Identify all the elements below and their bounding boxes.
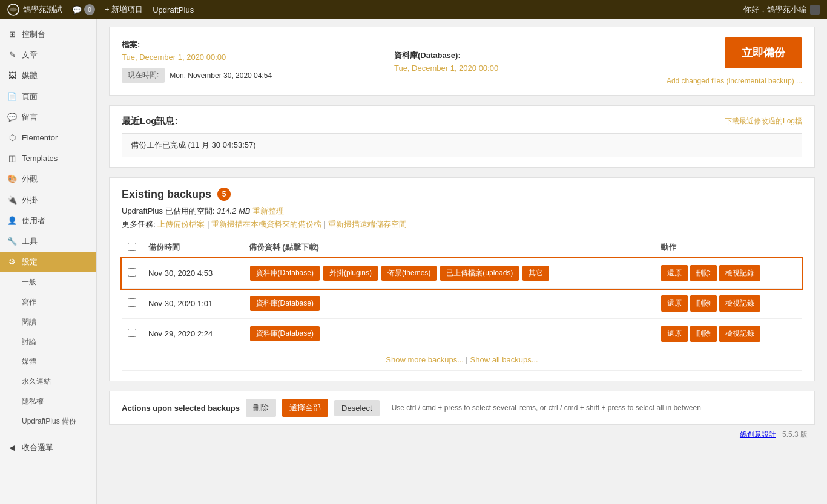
sidebar-item-label: 工具: [22, 236, 38, 247]
delete-button[interactable]: 刪除: [690, 326, 717, 342]
task2-link[interactable]: 重新掃描在本機資料夾的備份檔: [211, 220, 321, 229]
sidebar-item-label: 留言: [22, 112, 38, 123]
sidebar-sub-permalink[interactable]: 永久連結: [15, 371, 96, 391]
tag-database-btn[interactable]: 資料庫(Database): [250, 326, 320, 341]
row1-actions: 還原 刪除 檢視記錄: [661, 264, 796, 282]
avatar: [810, 5, 820, 15]
db-label: 資料庫(Database):: [394, 51, 461, 60]
tag-uploads-btn[interactable]: 已上傳檔案(uploads): [440, 266, 519, 281]
backups-count-badge: 5: [217, 188, 231, 201]
row2-date: Nov 30, 2020 1:01: [142, 289, 243, 319]
deselect-button[interactable]: Deselect: [334, 400, 380, 416]
select-all-checkbox[interactable]: [128, 243, 136, 251]
comments-item[interactable]: 💬 0: [72, 4, 95, 15]
task3-link[interactable]: 重新掃描遠端儲存空間: [328, 220, 407, 229]
tag-plugins-btn[interactable]: 外掛(plugins): [323, 266, 378, 281]
backup-now-button[interactable]: 立即備份: [725, 37, 802, 68]
restore-button[interactable]: 還原: [661, 326, 688, 342]
dashboard-icon: ⊞: [7, 30, 17, 39]
sidebar-item-label: 外掛: [22, 195, 38, 206]
pages-icon: 📄: [7, 92, 17, 102]
view-log-button[interactable]: 檢視記錄: [719, 265, 760, 281]
sidebar-item-dashboard[interactable]: ⊞ 控制台: [0, 24, 96, 45]
db-date: Tue, December 1, 2020 00:00: [394, 64, 642, 73]
updraftplus-item[interactable]: UpdraftPlus: [153, 5, 194, 15]
sidebar-sub-writing[interactable]: 寫作: [15, 292, 96, 312]
sidebar-item-users[interactable]: 👤 使用者: [0, 211, 96, 231]
sidebar-item-templates[interactable]: ◫ Templates: [0, 148, 96, 169]
sidebar-item-label: 使用者: [22, 215, 45, 226]
delete-button[interactable]: 刪除: [690, 265, 717, 281]
admin-home[interactable]: 鴿學苑測試: [7, 4, 62, 16]
credit-link[interactable]: 鴿創意設計: [740, 430, 776, 439]
row1-date: Nov 30, 2020 4:53: [142, 258, 243, 289]
sidebar-item-posts[interactable]: ✎ 文章: [0, 45, 96, 65]
files-label: 檔案:: [122, 40, 140, 49]
recount-link[interactable]: 重新整理: [252, 206, 284, 215]
sidebar-sub-general[interactable]: 一般: [15, 272, 96, 292]
log-message: 備份工作已完成 (11 月 30 04:53:57): [122, 133, 802, 157]
sidebar-item-plugins[interactable]: 🔌 外掛: [0, 190, 96, 211]
tag-database-btn[interactable]: 資料庫(Database): [250, 296, 320, 311]
sidebar-sub-reading[interactable]: 閱讀: [15, 312, 96, 332]
col-time: 備份時間: [142, 237, 243, 258]
tag-database-btn[interactable]: 資料庫(Database): [250, 266, 320, 281]
wordpress-icon: [7, 4, 19, 16]
sidebar-sub-media[interactable]: 媒體: [15, 352, 96, 371]
sidebar-item-settings[interactable]: ⚙ 設定: [0, 252, 96, 272]
collapse-menu[interactable]: ◀ 收合選單: [0, 437, 96, 458]
delete-button[interactable]: 刪除: [690, 295, 717, 312]
appearance-icon: 🎨: [7, 174, 17, 184]
tag-others-btn[interactable]: 其它: [522, 266, 549, 281]
sidebar-item-label: 文章: [22, 50, 38, 61]
sidebar-item-media[interactable]: 🖼 媒體: [0, 65, 96, 86]
log-section: 最近Log訊息: 下載最近修改過的Log檔 備份工作已完成 (11 月 30 0…: [109, 105, 815, 168]
sidebar: ⊞ 控制台 ✎ 文章 🖼 媒體 📄 頁面 💬 留言 ⬡ Elementor ◫ …: [0, 19, 97, 504]
show-all-link[interactable]: Show all backups...: [470, 355, 538, 364]
elementor-icon: ⬡: [7, 133, 17, 143]
sidebar-item-label: 設定: [22, 257, 38, 267]
db-info: 資料庫(Database): Tue, December 1, 2020 00:…: [394, 50, 642, 73]
sidebar-item-comments[interactable]: 💬 留言: [0, 107, 96, 128]
tasks-label: 更多任務:: [122, 220, 156, 229]
comments-icon: 💬: [7, 113, 17, 122]
backups-header: Existing backups 5: [122, 188, 802, 201]
sidebar-sub-discussion[interactable]: 討論: [15, 332, 96, 352]
sidebar-item-appearance[interactable]: 🎨 外觀: [0, 169, 96, 189]
sidebar-item-elementor[interactable]: ⬡ Elementor: [0, 128, 96, 148]
row1-checkbox[interactable]: [128, 268, 136, 277]
footer: 鴿創意設計 5.5.3 版: [109, 425, 815, 445]
sidebar-sub-privacy[interactable]: 隱私權: [15, 391, 96, 411]
row1-tags: 資料庫(Database) 外掛(plugins) 佈景(themes) 已上傳…: [249, 264, 648, 282]
now-time-value: Mon, November 30, 2020 04:54: [170, 71, 272, 80]
restore-button[interactable]: 還原: [661, 295, 688, 312]
view-log-button[interactable]: 檢視記錄: [719, 326, 760, 342]
bulk-delete-button[interactable]: 刪除: [246, 399, 276, 417]
restore-button[interactable]: 還原: [661, 265, 688, 281]
row3-checkbox[interactable]: [128, 329, 136, 337]
sidebar-sub-updraftplus[interactable]: UpdraftPlus 備份: [15, 411, 96, 431]
templates-icon: ◫: [7, 154, 17, 163]
sidebar-item-pages[interactable]: 📄 頁面: [0, 87, 96, 107]
collapse-label: 收合選單: [22, 442, 53, 453]
sidebar-item-label: 控制台: [22, 29, 45, 40]
comment-icon: 💬: [72, 5, 82, 15]
add-item[interactable]: + 新增項目: [105, 4, 143, 15]
log-title: 最近Log訊息:: [122, 116, 177, 127]
row3-tags: 資料庫(Database): [249, 325, 648, 342]
tag-themes-btn[interactable]: 佈景(themes): [381, 266, 437, 281]
backups-title: Existing backups: [122, 188, 211, 201]
updraftplus-label: UpdraftPlus: [153, 5, 194, 15]
incremental-link[interactable]: Add changed files (incremental backup) .…: [667, 77, 802, 85]
actions-bar-label: Actions upon selected backups: [122, 404, 240, 413]
sidebar-item-label: 媒體: [22, 70, 38, 81]
row2-checkbox[interactable]: [128, 298, 136, 307]
show-more-link[interactable]: Show more backups...: [386, 355, 464, 364]
log-download-link[interactable]: 下載最近修改過的Log檔: [725, 116, 802, 126]
select-all-button[interactable]: 選擇全部: [282, 399, 328, 417]
view-log-button[interactable]: 檢視記錄: [719, 295, 760, 312]
greeting-text: 你好，鴿學苑小編: [743, 4, 806, 15]
sidebar-item-tools[interactable]: 🔧 工具: [0, 231, 96, 252]
space-label: UpdraftPlus 已佔用的空間:: [122, 206, 214, 215]
task1-link[interactable]: 上傳備份檔案: [157, 220, 205, 229]
